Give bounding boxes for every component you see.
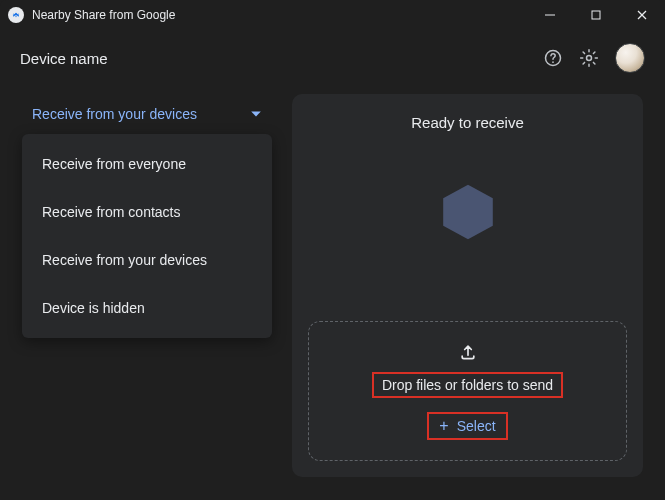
visibility-dropdown-trigger[interactable]: Receive from your devices	[22, 94, 272, 134]
option-receive-contacts[interactable]: Receive from contacts	[22, 188, 272, 236]
menu-item-label: Receive from your devices	[42, 252, 207, 268]
plus-icon: +	[439, 418, 448, 434]
minimize-button[interactable]	[527, 0, 573, 30]
app-header: Device name	[0, 30, 665, 84]
window-titlebar: Nearby Share from Google	[0, 0, 665, 30]
menu-item-label: Device is hidden	[42, 300, 145, 316]
receive-panel: Ready to receive Drop files or folders t…	[292, 94, 643, 477]
window-title: Nearby Share from Google	[32, 8, 175, 22]
option-device-hidden[interactable]: Device is hidden	[22, 284, 272, 332]
visibility-dropdown-menu: Receive from everyone Receive from conta…	[22, 134, 272, 338]
device-name-label[interactable]: Device name	[20, 50, 108, 67]
account-avatar[interactable]	[615, 43, 645, 73]
svg-marker-7	[443, 185, 493, 240]
svg-rect-1	[592, 11, 600, 19]
device-hexagon-icon	[437, 181, 499, 243]
maximize-button[interactable]	[573, 0, 619, 30]
menu-item-label: Receive from contacts	[42, 204, 181, 220]
window-controls	[527, 0, 665, 30]
visibility-panel: Receive from your devices Receive from e…	[22, 94, 272, 477]
settings-button[interactable]	[571, 40, 607, 76]
dropzone-text: Drop files or folders to send	[372, 372, 563, 398]
svg-point-5	[552, 61, 554, 63]
help-button[interactable]	[535, 40, 571, 76]
receive-status: Ready to receive	[411, 114, 524, 131]
option-receive-everyone[interactable]: Receive from everyone	[22, 140, 272, 188]
file-dropzone[interactable]: Drop files or folders to send + Select	[308, 321, 627, 461]
upload-icon	[458, 342, 478, 366]
menu-item-label: Receive from everyone	[42, 156, 186, 172]
close-button[interactable]	[619, 0, 665, 30]
select-button-label: Select	[457, 418, 496, 434]
visibility-dropdown-label: Receive from your devices	[32, 106, 197, 122]
select-files-button[interactable]: + Select	[427, 412, 507, 440]
main-content: Receive from your devices Receive from e…	[0, 84, 665, 499]
option-receive-your-devices[interactable]: Receive from your devices	[22, 236, 272, 284]
chevron-down-icon	[250, 108, 262, 120]
app-icon	[8, 7, 24, 23]
svg-point-6	[587, 56, 592, 61]
